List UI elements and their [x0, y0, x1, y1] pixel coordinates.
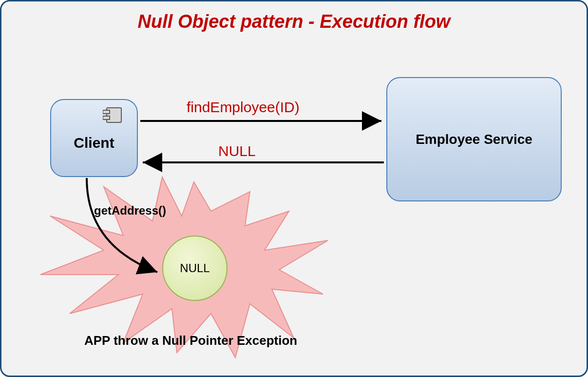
svg-rect-2	[103, 110, 110, 114]
svg-rect-3	[103, 116, 110, 119]
null-circle: NULL	[162, 236, 228, 301]
null-circle-label: NULL	[180, 261, 209, 275]
client-node: Client	[50, 99, 138, 177]
service-label: Employee Service	[416, 132, 532, 147]
diagram-title: Null Object pattern - Execution flow	[1, 11, 587, 32]
component-icon	[103, 107, 123, 124]
diagram-canvas: Null Object pattern - Execution flow Cli…	[0, 0, 588, 377]
service-node: Employee Service	[386, 77, 562, 201]
exception-label: APP throw a Null Pointer Exception	[84, 333, 297, 348]
null-return-label: NULL	[218, 143, 256, 159]
client-label: Client	[74, 135, 114, 151]
get-address-label: getAddress()	[94, 204, 166, 218]
find-employee-label: findEmployee(ID)	[187, 99, 300, 116]
